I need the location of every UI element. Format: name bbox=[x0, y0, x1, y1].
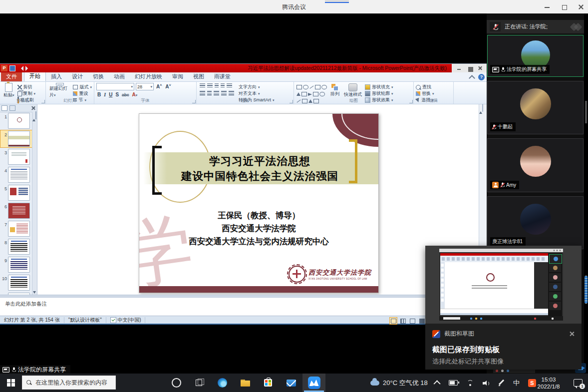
undo-icon[interactable] bbox=[18, 66, 23, 71]
thumbnail-3[interactable]: 3 bbox=[0, 148, 32, 166]
tab-insert[interactable]: 插入 bbox=[46, 72, 67, 81]
taskbar-clock[interactable]: 15:03 2022/1/8 bbox=[533, 374, 564, 392]
thumbnail-5[interactable]: 5 bbox=[0, 184, 32, 202]
thumbnail-6[interactable]: 6 bbox=[0, 202, 32, 220]
screenshot-preview[interactable] bbox=[439, 249, 563, 321]
thumbnail-4[interactable]: 4 bbox=[0, 166, 32, 184]
redo-icon[interactable] bbox=[25, 66, 30, 71]
participant-tile-4[interactable]: 庚正博法学81 bbox=[487, 196, 584, 249]
italic-button[interactable]: I bbox=[103, 92, 107, 97]
ppt-restore-icon[interactable] bbox=[467, 66, 472, 70]
status-language[interactable]: 中文(中国) bbox=[106, 317, 146, 323]
toast-title[interactable]: 截图已保存到剪贴板 bbox=[432, 345, 575, 355]
line-spacing-icon[interactable] bbox=[227, 83, 232, 88]
thumbnail-11[interactable]: 11 bbox=[0, 292, 32, 295]
taskbar-search-input[interactable]: 在这里输入你要搜索的内容 bbox=[22, 376, 116, 390]
battery-icon[interactable] bbox=[449, 380, 458, 386]
shape-gallery[interactable] bbox=[296, 83, 327, 98]
mail-button[interactable] bbox=[280, 374, 302, 392]
screenshot-toast[interactable]: 截图和草图 截图已保存到剪贴板 选择此处标记并共享图像 bbox=[425, 246, 582, 370]
start-button[interactable] bbox=[0, 374, 22, 392]
tab-design[interactable]: 设计 bbox=[67, 72, 88, 81]
new-slide-button[interactable]: 新建幻灯片▾ bbox=[48, 83, 71, 98]
layout-button[interactable]: 版式▾ bbox=[73, 84, 92, 90]
copy-button[interactable]: 复制▾ bbox=[17, 90, 36, 97]
align-left-icon[interactable] bbox=[200, 91, 205, 95]
find-button[interactable]: 查找 bbox=[416, 84, 451, 90]
powerpoint-app-icon[interactable]: P bbox=[1, 65, 7, 71]
tab-rain-classroom[interactable]: 雨课堂 bbox=[209, 72, 236, 81]
reading-view-button[interactable] bbox=[408, 317, 416, 325]
collapse-ribbon-icon[interactable] bbox=[469, 75, 475, 81]
status-template[interactable]: "默认设计模板" bbox=[64, 317, 106, 323]
task-view-button[interactable] bbox=[188, 374, 211, 392]
thumbnail-2-selected[interactable]: 2 bbox=[0, 130, 32, 148]
thumbnail-9[interactable]: 9 bbox=[0, 256, 32, 274]
indent-increase-icon[interactable] bbox=[221, 83, 225, 88]
align-center-icon[interactable] bbox=[207, 91, 212, 95]
tab-transitions[interactable]: 切换 bbox=[88, 72, 109, 81]
strikethrough-button[interactable]: abc bbox=[121, 92, 130, 97]
slide-sorter-view-button[interactable] bbox=[399, 317, 407, 325]
text-direction-button[interactable]: 文字方向▾ bbox=[239, 84, 275, 90]
tab-view[interactable]: 视图 bbox=[188, 72, 209, 81]
toast-close-icon[interactable] bbox=[569, 331, 575, 337]
close-icon[interactable] bbox=[578, 4, 584, 10]
save-icon[interactable] bbox=[9, 65, 15, 71]
shape-fill-button[interactable]: 形状填充▾ bbox=[365, 84, 393, 90]
help-icon[interactable]: ? bbox=[478, 74, 485, 80]
tab-file[interactable]: 文件 bbox=[1, 72, 22, 81]
cut-button[interactable]: 剪切 bbox=[17, 84, 36, 90]
notes-pane[interactable]: 单击此处添加备注 bbox=[0, 297, 487, 316]
sidebar-scrollbar-thumb[interactable] bbox=[585, 276, 588, 304]
action-center-button[interactable]: 1 bbox=[568, 374, 588, 392]
font-name-select[interactable]: ▾ bbox=[96, 83, 134, 90]
align-text-button[interactable]: 对齐文本▾ bbox=[239, 90, 275, 97]
thumbnail-8[interactable]: 8 bbox=[0, 238, 32, 256]
tab-animations[interactable]: 动画 bbox=[109, 72, 130, 81]
slide[interactable]: 学 学习习近平法治思想 建设中国特色社会主义法治强国 王保民（教授、博导） 西安… bbox=[139, 113, 379, 293]
mic-muted-box[interactable] bbox=[490, 22, 501, 31]
bullets-icon[interactable] bbox=[200, 83, 205, 88]
thumbnail-7[interactable]: 7 bbox=[0, 220, 32, 238]
paste-button[interactable]: 粘贴▾ bbox=[2, 83, 16, 98]
text-shadow-button[interactable]: S bbox=[114, 92, 120, 97]
toast-body[interactable]: 选择此处标记并共享图像 bbox=[432, 357, 575, 366]
ime-indicator[interactable]: 中 bbox=[513, 379, 520, 388]
speaker-icon[interactable] bbox=[483, 380, 490, 386]
participant-tile-3[interactable]: Amy bbox=[487, 138, 584, 192]
tab-review[interactable]: 审阅 bbox=[167, 72, 188, 81]
pen-icon[interactable] bbox=[498, 380, 505, 386]
maximize-icon[interactable] bbox=[561, 4, 567, 10]
grow-font-button[interactable]: A˄ bbox=[155, 83, 163, 89]
ppt-close-icon[interactable] bbox=[478, 66, 482, 70]
tab-slideshow[interactable]: 幻灯片放映 bbox=[130, 72, 167, 81]
reset-button[interactable]: 重设 bbox=[73, 90, 92, 97]
replace-button[interactable]: 替换▾ bbox=[416, 90, 451, 97]
file-explorer-button[interactable] bbox=[234, 374, 257, 392]
shrink-font-button[interactable]: A˅ bbox=[164, 83, 172, 89]
participant-tile-sharing[interactable]: 法学院的屏幕共享 bbox=[487, 35, 584, 77]
quick-styles-button[interactable]: 快速样式 bbox=[342, 83, 363, 98]
minimize-icon[interactable] bbox=[544, 4, 550, 10]
ppt-minimize-icon[interactable] bbox=[457, 66, 461, 70]
justify-icon[interactable] bbox=[221, 91, 227, 95]
taskbar-weather[interactable]: 20°C 空气优 18 bbox=[370, 374, 428, 392]
outline-tab-icon[interactable] bbox=[9, 105, 15, 111]
align-right-icon[interactable] bbox=[214, 91, 219, 95]
cortana-button[interactable] bbox=[165, 374, 188, 392]
normal-view-button[interactable] bbox=[389, 317, 397, 325]
underline-button[interactable]: U bbox=[108, 92, 113, 97]
indent-decrease-icon[interactable] bbox=[215, 83, 219, 88]
tencent-meeting-button[interactable] bbox=[302, 374, 325, 392]
numbering-icon[interactable] bbox=[207, 83, 213, 88]
slides-tab-icon[interactable] bbox=[1, 105, 7, 111]
store-button[interactable] bbox=[257, 374, 280, 392]
participant-tile-2[interactable]: 十鹏起 bbox=[487, 81, 584, 134]
slideshow-view-button[interactable] bbox=[418, 317, 426, 325]
bold-button[interactable]: B bbox=[96, 92, 102, 97]
font-color-button[interactable]: A▾ bbox=[131, 92, 139, 97]
columns-icon[interactable] bbox=[229, 91, 234, 95]
font-size-select[interactable]: 28▾ bbox=[136, 83, 154, 90]
slide-canvas[interactable]: 学 学习习近平法治思想 建设中国特色社会主义法治强国 王保民（教授、博导） 西安… bbox=[37, 104, 479, 295]
